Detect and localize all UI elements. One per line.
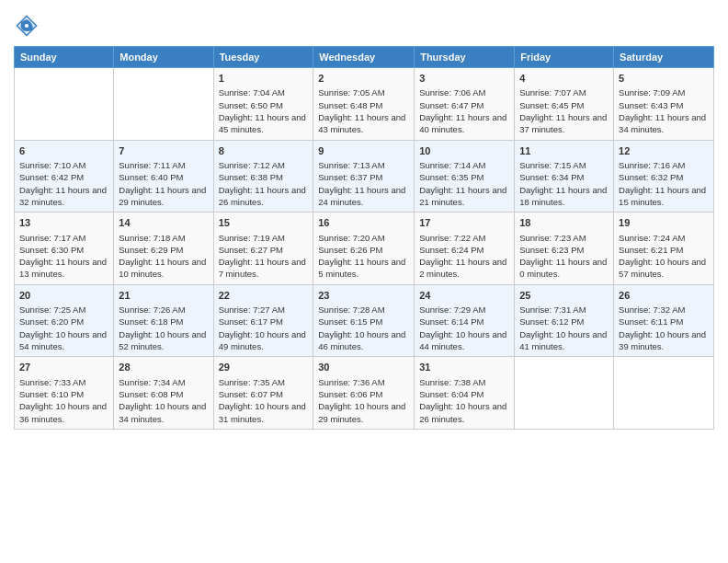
calendar-cell-4: 4Sunrise: 7:07 AMSunset: 6:45 PMDaylight…	[515, 68, 614, 141]
day-number: 30	[318, 361, 409, 374]
weekday-saturday: Saturday	[614, 47, 714, 68]
calendar-table: SundayMondayTuesdayWednesdayThursdayFrid…	[14, 46, 714, 430]
sunrise-text: Sunrise: 7:24 AM	[619, 233, 685, 243]
sunset-text: Sunset: 6:27 PM	[219, 245, 283, 255]
day-number: 13	[19, 216, 108, 230]
sunset-text: Sunset: 6:42 PM	[19, 172, 84, 182]
header	[14, 9, 714, 39]
daylight-text: Daylight: 11 hours and 7 minutes.	[219, 257, 306, 279]
calendar-cell-16: 16Sunrise: 7:20 AMSunset: 6:26 PMDayligh…	[313, 213, 415, 285]
sunset-text: Sunset: 6:29 PM	[119, 245, 183, 255]
sunset-text: Sunset: 6:40 PM	[119, 172, 183, 182]
calendar-cell-10: 10Sunrise: 7:14 AMSunset: 6:35 PMDayligh…	[415, 140, 515, 213]
sunrise-text: Sunrise: 7:16 AM	[619, 160, 685, 170]
calendar-cell-20: 20Sunrise: 7:25 AMSunset: 6:20 PMDayligh…	[15, 284, 114, 357]
daylight-text: Daylight: 10 hours and 54 minutes.	[19, 329, 107, 351]
sunset-text: Sunset: 6:10 PM	[19, 389, 84, 399]
logo	[14, 13, 41, 39]
calendar-cell-14: 14Sunrise: 7:18 AMSunset: 6:29 PMDayligh…	[114, 213, 213, 285]
calendar-cell-1: 1Sunrise: 7:04 AMSunset: 6:50 PMDaylight…	[213, 68, 313, 141]
daylight-text: Daylight: 10 hours and 26 minutes.	[419, 401, 506, 423]
sunrise-text: Sunrise: 7:04 AM	[219, 87, 285, 98]
sunrise-text: Sunrise: 7:26 AM	[119, 304, 185, 315]
sunset-text: Sunset: 6:26 PM	[318, 245, 382, 255]
sunset-text: Sunset: 6:08 PM	[119, 389, 183, 399]
calendar-cell-31: 31Sunrise: 7:38 AMSunset: 6:04 PMDayligh…	[415, 357, 515, 430]
sunrise-text: Sunrise: 7:25 AM	[19, 304, 85, 315]
sunrise-text: Sunrise: 7:14 AM	[419, 160, 485, 170]
day-number: 3	[419, 72, 509, 86]
day-number: 29	[219, 361, 309, 374]
sunrise-text: Sunrise: 7:31 AM	[519, 304, 586, 315]
sunrise-text: Sunrise: 7:22 AM	[419, 233, 485, 243]
calendar-week-2: 6Sunrise: 7:10 AMSunset: 6:42 PMDaylight…	[15, 140, 714, 213]
sunrise-text: Sunrise: 7:07 AM	[519, 87, 586, 98]
sunset-text: Sunset: 6:06 PM	[318, 389, 382, 399]
calendar-cell-18: 18Sunrise: 7:23 AMSunset: 6:23 PMDayligh…	[515, 213, 614, 285]
sunset-text: Sunset: 6:32 PM	[619, 172, 683, 182]
calendar-cell-29: 29Sunrise: 7:35 AMSunset: 6:07 PMDayligh…	[213, 357, 313, 430]
calendar-cell-6: 6Sunrise: 7:10 AMSunset: 6:42 PMDaylight…	[15, 140, 114, 213]
daylight-text: Daylight: 10 hours and 41 minutes.	[519, 329, 607, 351]
day-number: 9	[318, 144, 409, 158]
sunrise-text: Sunrise: 7:15 AM	[519, 160, 586, 170]
calendar-cell-12: 12Sunrise: 7:16 AMSunset: 6:32 PMDayligh…	[614, 140, 714, 213]
sunset-text: Sunset: 6:23 PM	[519, 245, 584, 255]
day-number: 8	[219, 144, 309, 158]
day-number: 5	[619, 72, 709, 86]
day-number: 24	[419, 289, 509, 303]
sunrise-text: Sunrise: 7:20 AM	[318, 233, 384, 243]
daylight-text: Daylight: 11 hours and 5 minutes.	[318, 257, 405, 279]
day-number: 19	[619, 216, 709, 230]
sunrise-text: Sunrise: 7:38 AM	[419, 377, 485, 387]
day-number: 6	[19, 144, 108, 158]
day-number: 7	[119, 144, 208, 158]
sunset-text: Sunset: 6:17 PM	[219, 316, 283, 327]
day-number: 31	[419, 361, 509, 374]
svg-point-2	[25, 24, 28, 28]
daylight-text: Daylight: 11 hours and 40 minutes.	[419, 112, 506, 134]
calendar-week-4: 20Sunrise: 7:25 AMSunset: 6:20 PMDayligh…	[15, 284, 714, 357]
sunrise-text: Sunrise: 7:27 AM	[219, 304, 285, 315]
sunset-text: Sunset: 6:24 PM	[419, 245, 483, 255]
daylight-text: Daylight: 11 hours and 18 minutes.	[519, 185, 607, 207]
day-number: 14	[119, 216, 208, 230]
daylight-text: Daylight: 11 hours and 24 minutes.	[318, 185, 405, 207]
calendar-cell-23: 23Sunrise: 7:28 AMSunset: 6:15 PMDayligh…	[313, 284, 415, 357]
calendar-cell-25: 25Sunrise: 7:31 AMSunset: 6:12 PMDayligh…	[515, 284, 614, 357]
day-number: 25	[519, 289, 609, 303]
calendar-cell-5: 5Sunrise: 7:09 AMSunset: 6:43 PMDaylight…	[614, 68, 714, 141]
sunrise-text: Sunrise: 7:35 AM	[219, 377, 285, 387]
sunset-text: Sunset: 6:47 PM	[419, 100, 483, 110]
day-number: 18	[519, 216, 609, 230]
sunrise-text: Sunrise: 7:10 AM	[19, 160, 85, 170]
weekday-thursday: Thursday	[415, 47, 515, 68]
sunrise-text: Sunrise: 7:13 AM	[318, 160, 384, 170]
calendar-cell-24: 24Sunrise: 7:29 AMSunset: 6:14 PMDayligh…	[415, 284, 515, 357]
daylight-text: Daylight: 11 hours and 26 minutes.	[219, 185, 306, 207]
sunset-text: Sunset: 6:12 PM	[519, 316, 584, 327]
day-number: 27	[19, 361, 108, 374]
calendar-cell-26: 26Sunrise: 7:32 AMSunset: 6:11 PMDayligh…	[614, 284, 714, 357]
calendar-cell-13: 13Sunrise: 7:17 AMSunset: 6:30 PMDayligh…	[15, 213, 114, 285]
day-number: 12	[619, 144, 709, 158]
daylight-text: Daylight: 11 hours and 45 minutes.	[219, 112, 306, 134]
daylight-text: Daylight: 11 hours and 21 minutes.	[419, 185, 506, 207]
daylight-text: Daylight: 11 hours and 15 minutes.	[619, 185, 706, 207]
calendar-week-1: 1Sunrise: 7:04 AMSunset: 6:50 PMDaylight…	[15, 68, 714, 141]
sunset-text: Sunset: 6:04 PM	[419, 389, 483, 399]
calendar-cell-22: 22Sunrise: 7:27 AMSunset: 6:17 PMDayligh…	[213, 284, 313, 357]
day-number: 10	[419, 144, 509, 158]
sunrise-text: Sunrise: 7:33 AM	[19, 377, 85, 387]
weekday-sunday: Sunday	[15, 47, 114, 68]
calendar-week-3: 13Sunrise: 7:17 AMSunset: 6:30 PMDayligh…	[15, 213, 714, 285]
sunrise-text: Sunrise: 7:29 AM	[419, 304, 485, 315]
calendar-cell-3: 3Sunrise: 7:06 AMSunset: 6:47 PMDaylight…	[415, 68, 515, 141]
weekday-tuesday: Tuesday	[213, 47, 313, 68]
day-number: 4	[519, 72, 609, 86]
sunrise-text: Sunrise: 7:23 AM	[519, 233, 586, 243]
sunrise-text: Sunrise: 7:06 AM	[419, 87, 485, 98]
calendar-cell-7: 7Sunrise: 7:11 AMSunset: 6:40 PMDaylight…	[114, 140, 213, 213]
sunset-text: Sunset: 6:30 PM	[19, 245, 84, 255]
sunrise-text: Sunrise: 7:05 AM	[318, 87, 384, 98]
